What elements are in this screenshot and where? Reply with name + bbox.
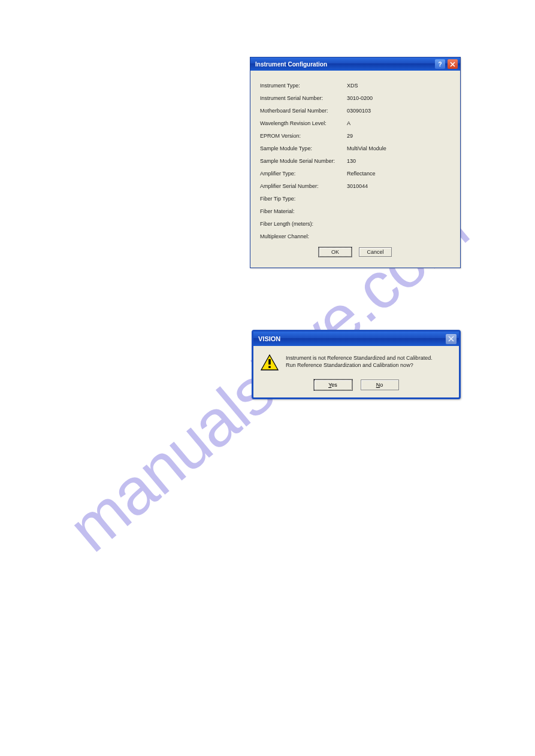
field-label: Sample Module Type: <box>260 145 347 151</box>
message-line2: Run Reference Standardization and Calibr… <box>286 362 453 369</box>
message-text: Instrument is not Reference Standardized… <box>286 354 453 371</box>
config-row: Motherboard Serial Number:03090103 <box>260 104 451 117</box>
field-label: Fiber Tip Type: <box>260 196 347 202</box>
dialog-title: Instrument Configuration <box>255 61 433 68</box>
config-row: Instrument Serial Number:3010-0200 <box>260 92 451 104</box>
instrument-config-dialog: Instrument Configuration ? Instrument Ty… <box>250 57 461 268</box>
field-value: 3010-0200 <box>347 95 451 101</box>
field-label: Instrument Serial Number: <box>260 95 347 101</box>
field-label: Fiber Length (meters): <box>260 221 347 227</box>
config-row: Fiber Material: <box>260 205 451 217</box>
config-row: Fiber Length (meters): <box>260 217 451 230</box>
vision-message-dialog: VISION Instrument is not Reference Stand… <box>252 330 461 399</box>
close-icon <box>450 62 455 67</box>
dialog-button-row: OK Cancel <box>260 244 451 260</box>
field-value: MultiVial Module <box>347 145 451 151</box>
config-row: Multiplexer Channel: <box>260 230 451 242</box>
field-value: 3010044 <box>347 183 451 189</box>
ok-button[interactable]: OK <box>319 247 352 257</box>
config-row: Amplifier Serial Number:3010044 <box>260 180 451 192</box>
field-label: Motherboard Serial Number: <box>260 108 347 114</box>
config-row: Amplifier Type:Reflectance <box>260 167 451 180</box>
dialog-titlebar[interactable]: Instrument Configuration ? <box>250 57 460 71</box>
dialog-body: Instrument Type:XDS Instrument Serial Nu… <box>250 71 460 268</box>
config-row: Sample Module Type:MultiVial Module <box>260 142 451 154</box>
dialog-title: VISION <box>258 335 446 342</box>
field-label: Amplifier Serial Number: <box>260 183 347 189</box>
field-value: 29 <box>347 133 451 139</box>
config-row: Fiber Tip Type: <box>260 192 451 205</box>
help-button[interactable]: ? <box>435 59 445 69</box>
config-row: EPROM Version:29 <box>260 129 451 142</box>
field-value: 03090103 <box>347 108 451 114</box>
field-value: Reflectance <box>347 171 451 177</box>
svg-rect-2 <box>268 366 271 368</box>
field-value: XDS <box>347 83 451 89</box>
config-row: Instrument Type:XDS <box>260 79 451 92</box>
svg-rect-1 <box>268 359 271 365</box>
yes-button[interactable]: Yes <box>314 379 352 390</box>
dialog-titlebar[interactable]: VISION <box>253 332 459 346</box>
field-label: Fiber Material: <box>260 208 347 214</box>
message-body: Instrument is not Reference Standardized… <box>253 346 459 375</box>
field-label: Wavelength Revision Level: <box>260 120 347 126</box>
field-label: EPROM Version: <box>260 133 347 139</box>
field-label: Instrument Type: <box>260 83 347 89</box>
warning-icon <box>261 354 279 371</box>
no-button[interactable]: No <box>361 379 399 390</box>
dialog-button-row: Yes No <box>253 375 459 397</box>
field-label: Multiplexer Channel: <box>260 233 347 239</box>
field-label: Amplifier Type: <box>260 171 347 177</box>
close-button[interactable] <box>448 59 458 69</box>
close-button[interactable] <box>446 334 457 344</box>
cancel-button[interactable]: Cancel <box>359 247 392 257</box>
field-label: Sample Module Serial Number: <box>260 158 347 164</box>
field-value: 130 <box>347 158 451 164</box>
close-icon <box>448 336 454 342</box>
field-value: A <box>347 120 451 126</box>
config-row: Wavelength Revision Level:A <box>260 117 451 129</box>
message-line1: Instrument is not Reference Standardized… <box>286 354 453 362</box>
config-row: Sample Module Serial Number:130 <box>260 154 451 167</box>
